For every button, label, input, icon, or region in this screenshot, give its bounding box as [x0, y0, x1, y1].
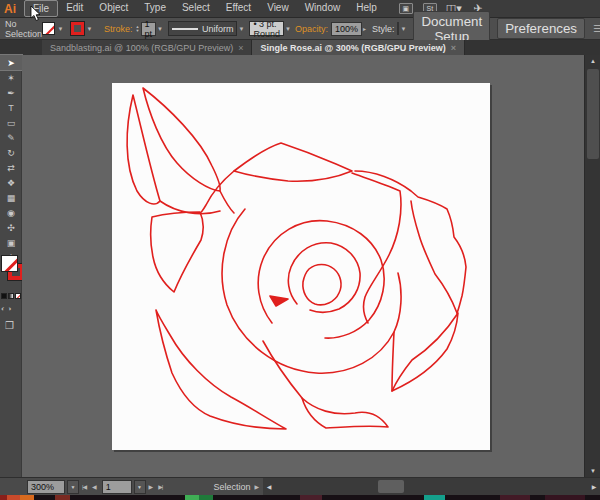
tab-close-icon[interactable]: × [238, 43, 243, 53]
preferences-button[interactable]: Preferences [497, 18, 585, 39]
menu-file[interactable]: File [24, 0, 58, 17]
selection-tool[interactable]: ➤ [0, 55, 22, 70]
color-button[interactable] [1, 293, 7, 299]
opacity-field[interactable]: 100% [331, 22, 362, 36]
paintbrush-tool[interactable]: ❖ [0, 175, 22, 190]
vertical-scrollbar[interactable]: ▲ ▼ [584, 55, 600, 477]
petal-bottom [302, 398, 388, 428]
variable-width-dropdown-arrow[interactable]: ▼ [238, 22, 244, 35]
eyedropper-tool[interactable]: ◉ [0, 205, 22, 220]
horizontal-scrollbar[interactable]: ◀ ▶ [263, 478, 600, 496]
stroke-color-swatch[interactable] [71, 22, 84, 35]
status-expand-arrow[interactable]: ▶ [250, 483, 263, 490]
scroll-up-button[interactable]: ▲ [585, 55, 600, 67]
pen-tool[interactable]: ✒ [0, 85, 22, 100]
menu-edit[interactable]: Edit [58, 0, 91, 17]
style-label: Style: [372, 24, 395, 34]
mesh-tool[interactable]: ▦ [0, 190, 22, 205]
document-tab[interactable]: Sandblasting.ai @ 100% (RGB/GPU Preview)… [42, 40, 252, 55]
tab-close-icon[interactable]: × [451, 43, 456, 53]
taskbar-segment [20, 495, 34, 500]
stroke-label[interactable]: Stroke: [104, 24, 133, 34]
control-panel-menu-icon[interactable]: ☰▾ [593, 24, 600, 34]
horizontal-scroll-thumb[interactable] [378, 480, 404, 493]
draw-behind-icon[interactable]: ◑ [7, 305, 11, 312]
menu-view[interactable]: View [259, 0, 297, 17]
artboard[interactable] [112, 83, 490, 450]
drawing-mode-buttons: ◐ ◑ [1, 305, 11, 312]
petal-bottom-right [392, 313, 458, 391]
bridge-icon[interactable]: ▣ [399, 3, 413, 14]
status-bar: 300% ▼ |◀ ◀ 1 ▼ ▶ ▶| Selection ▶ ◀ ▶ [0, 477, 600, 495]
type-tool[interactable]: T [0, 100, 22, 115]
leaf-upper [127, 95, 160, 204]
petal-right-fold [352, 173, 401, 323]
scroll-right-button[interactable]: ▶ [588, 478, 600, 496]
petal-bottom-left [156, 310, 286, 429]
magic-wand-tool[interactable]: ✶ [0, 70, 22, 85]
spiral-core [303, 265, 341, 305]
stroke-dropdown-arrow[interactable]: ▼ [85, 22, 94, 35]
artboard-number-field[interactable]: 1 [102, 480, 132, 494]
petal-top [234, 143, 352, 181]
menu-bar: Ai FileEditObjectTypeSelectEffectViewWin… [0, 0, 600, 18]
menu-type[interactable]: Type [136, 0, 174, 17]
tools-panel: ➤✶✒T▭✎↻⇄❖▦◉✣▣✥ ◐ ◑ ❐ [0, 55, 22, 477]
symbol-sprayer-tool[interactable]: ✣ [0, 220, 22, 235]
stroke-weight-field[interactable]: 1 pt [141, 22, 157, 36]
tab-label: Sandblasting.ai @ 100% (RGB/GPU Preview) [50, 43, 233, 53]
spiral-connector-right [392, 332, 394, 391]
zoom-dropdown-arrow[interactable]: ▼ [67, 480, 79, 494]
scroll-left-button[interactable]: ◀ [263, 478, 275, 496]
gradient-button[interactable] [8, 293, 14, 299]
prev-artboard-button[interactable]: ◀ [89, 483, 99, 490]
vertical-scroll-thumb[interactable] [587, 69, 599, 159]
spiral-mid [258, 221, 384, 338]
stroke-weight-dropdown-arrow[interactable]: ▼ [157, 22, 163, 35]
fill-dropdown-arrow[interactable]: ▼ [56, 22, 65, 35]
taskbar-segment [0, 495, 7, 500]
stroke-weight-stepper[interactable]: ▲▼ [136, 25, 140, 33]
canvas-area[interactable] [22, 55, 584, 477]
fill-proxy-swatch[interactable] [1, 255, 18, 272]
scroll-down-button[interactable]: ▼ [585, 465, 600, 477]
taskbar-segment [185, 495, 199, 500]
menu-window[interactable]: Window [297, 0, 349, 17]
rotate-tool[interactable]: ↻ [0, 145, 22, 160]
zoom-level-field[interactable]: 300% [27, 480, 65, 494]
opacity-stepper-arrow[interactable]: ▸ [363, 22, 366, 35]
taskbar-segment [300, 495, 322, 500]
style-swatch[interactable] [397, 22, 399, 35]
style-dropdown-arrow[interactable]: ▼ [400, 22, 406, 35]
last-artboard-button[interactable]: ▶| [155, 483, 165, 490]
menu-help[interactable]: Help [348, 0, 385, 17]
control-bar: No Selection ▼ ▼ Stroke: ▲▼ 1 pt ▼ Unifo… [0, 18, 600, 40]
menu-object[interactable]: Object [91, 0, 136, 17]
brush-definition-dropdown[interactable]: • 3 pt. Round [249, 21, 284, 36]
first-artboard-button[interactable]: |◀ [79, 483, 89, 490]
none-button[interactable] [15, 293, 21, 299]
next-artboard-button[interactable]: ▶ [146, 483, 156, 490]
rectangle-tool[interactable]: ▭ [0, 115, 22, 130]
status-readout: Selection [213, 482, 250, 492]
width-tool[interactable]: ⇄ [0, 160, 22, 175]
artboard-dropdown-arrow[interactable]: ▼ [134, 480, 146, 494]
draw-normal-icon[interactable]: ◐ [1, 305, 5, 312]
selection-status: No Selection [0, 19, 42, 39]
menu-select[interactable]: Select [174, 0, 218, 17]
petal-left [151, 212, 204, 292]
taskbar-segment [500, 495, 530, 500]
document-tab[interactable]: Single Rose.ai @ 300% (RGB/GPU Preview)× [252, 40, 465, 55]
taskbar-segment [199, 495, 213, 500]
rose-artwork [112, 83, 490, 450]
windows-taskbar-sliver [0, 495, 600, 500]
brush-dropdown-arrow[interactable]: ▼ [285, 22, 291, 35]
screen-mode-icon[interactable]: ❐ [5, 320, 14, 331]
taskbar-segment [424, 495, 445, 500]
menu-effect[interactable]: Effect [218, 0, 259, 17]
fill-none-swatch[interactable] [42, 22, 55, 35]
pencil-tool[interactable]: ✎ [0, 130, 22, 145]
variable-width-dropdown[interactable]: Uniform [168, 21, 238, 36]
opacity-label[interactable]: Opacity: [295, 24, 328, 34]
artboard-tool[interactable]: ▣ [0, 235, 22, 250]
